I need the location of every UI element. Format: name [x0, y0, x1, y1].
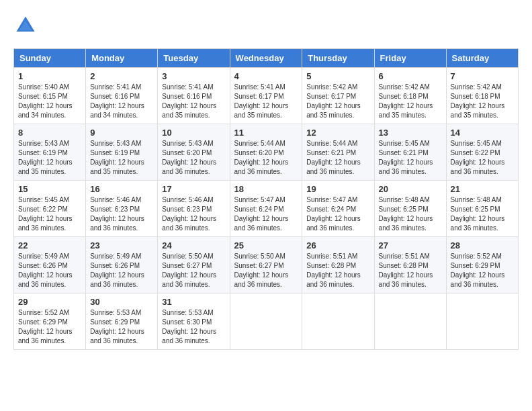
day-number: 6	[379, 71, 442, 81]
day-info: Sunrise: 5:42 AMSunset: 6:18 PMDaylight:…	[379, 83, 442, 120]
calendar-cell: 17Sunrise: 5:46 AMSunset: 6:23 PMDayligh…	[158, 181, 230, 237]
day-number: 20	[379, 184, 442, 194]
calendar-cell	[374, 293, 446, 350]
day-number: 18	[234, 184, 298, 194]
day-info: Sunrise: 5:46 AMSunset: 6:23 PMDaylight:…	[162, 195, 225, 233]
day-number: 11	[234, 128, 298, 138]
day-number: 25	[234, 240, 298, 250]
calendar-cell: 3Sunrise: 5:41 AMSunset: 6:16 PMDaylight…	[158, 68, 230, 124]
day-number: 21	[451, 184, 514, 194]
day-info: Sunrise: 5:52 AMSunset: 6:29 PMDaylight:…	[451, 252, 514, 289]
day-info: Sunrise: 5:53 AMSunset: 6:29 PMDaylight:…	[90, 308, 153, 346]
day-number: 15	[18, 184, 81, 194]
calendar-week-row: 29Sunrise: 5:52 AMSunset: 6:29 PMDayligh…	[14, 293, 519, 350]
calendar-cell: 21Sunrise: 5:48 AMSunset: 6:25 PMDayligh…	[446, 181, 518, 237]
calendar-cell	[302, 293, 374, 350]
day-info: Sunrise: 5:41 AMSunset: 6:17 PMDaylight:…	[234, 83, 298, 120]
calendar-header-row: SundayMondayTuesdayWednesdayThursdayFrid…	[14, 49, 519, 68]
calendar-cell: 15Sunrise: 5:45 AMSunset: 6:22 PMDayligh…	[14, 181, 86, 237]
calendar-cell: 18Sunrise: 5:47 AMSunset: 6:24 PMDayligh…	[230, 181, 302, 237]
day-info: Sunrise: 5:42 AMSunset: 6:17 PMDaylight:…	[306, 83, 369, 120]
calendar-table: SundayMondayTuesdayWednesdayThursdayFrid…	[13, 48, 519, 350]
day-number: 4	[234, 71, 298, 81]
calendar-cell: 28Sunrise: 5:52 AMSunset: 6:29 PMDayligh…	[446, 237, 518, 293]
calendar-cell: 22Sunrise: 5:49 AMSunset: 6:26 PMDayligh…	[14, 237, 86, 293]
calendar-cell: 24Sunrise: 5:50 AMSunset: 6:27 PMDayligh…	[158, 237, 230, 293]
calendar-cell: 4Sunrise: 5:41 AMSunset: 6:17 PMDaylight…	[230, 68, 302, 124]
calendar-header-tuesday: Tuesday	[158, 49, 230, 68]
day-info: Sunrise: 5:45 AMSunset: 6:22 PMDaylight:…	[18, 195, 81, 233]
day-info: Sunrise: 5:41 AMSunset: 6:16 PMDaylight:…	[162, 83, 225, 120]
day-number: 2	[90, 71, 153, 81]
day-number: 14	[451, 128, 514, 138]
day-info: Sunrise: 5:51 AMSunset: 6:28 PMDaylight:…	[379, 252, 442, 289]
day-info: Sunrise: 5:44 AMSunset: 6:20 PMDaylight:…	[234, 139, 298, 177]
calendar-cell: 5Sunrise: 5:42 AMSunset: 6:17 PMDaylight…	[302, 68, 374, 124]
calendar-cell: 29Sunrise: 5:52 AMSunset: 6:29 PMDayligh…	[14, 293, 86, 350]
calendar-header-wednesday: Wednesday	[230, 49, 302, 68]
day-info: Sunrise: 5:49 AMSunset: 6:26 PMDaylight:…	[18, 252, 81, 289]
calendar-cell: 20Sunrise: 5:48 AMSunset: 6:25 PMDayligh…	[374, 181, 446, 237]
calendar-week-row: 22Sunrise: 5:49 AMSunset: 6:26 PMDayligh…	[14, 237, 519, 293]
calendar-cell: 11Sunrise: 5:44 AMSunset: 6:20 PMDayligh…	[230, 124, 302, 181]
day-info: Sunrise: 5:46 AMSunset: 6:23 PMDaylight:…	[90, 195, 153, 233]
calendar-cell: 19Sunrise: 5:47 AMSunset: 6:24 PMDayligh…	[302, 181, 374, 237]
calendar-cell: 25Sunrise: 5:50 AMSunset: 6:27 PMDayligh…	[230, 237, 302, 293]
day-number: 27	[379, 240, 442, 250]
calendar-week-row: 8Sunrise: 5:43 AMSunset: 6:19 PMDaylight…	[14, 124, 519, 181]
day-number: 12	[306, 128, 369, 138]
page-header	[13, 13, 519, 38]
day-number: 17	[162, 184, 225, 194]
calendar-cell	[446, 293, 518, 350]
calendar-week-row: 1Sunrise: 5:40 AMSunset: 6:15 PMDaylight…	[14, 68, 519, 124]
calendar-cell: 14Sunrise: 5:45 AMSunset: 6:22 PMDayligh…	[446, 124, 518, 181]
day-info: Sunrise: 5:52 AMSunset: 6:29 PMDaylight:…	[18, 308, 81, 346]
calendar-cell	[230, 293, 302, 350]
day-number: 16	[90, 184, 153, 194]
calendar-cell: 9Sunrise: 5:43 AMSunset: 6:19 PMDaylight…	[86, 124, 158, 181]
day-info: Sunrise: 5:45 AMSunset: 6:22 PMDaylight:…	[451, 139, 514, 177]
day-info: Sunrise: 5:50 AMSunset: 6:27 PMDaylight:…	[162, 252, 225, 289]
day-number: 24	[162, 240, 225, 250]
calendar-cell: 6Sunrise: 5:42 AMSunset: 6:18 PMDaylight…	[374, 68, 446, 124]
day-info: Sunrise: 5:42 AMSunset: 6:18 PMDaylight:…	[451, 83, 514, 120]
day-info: Sunrise: 5:44 AMSunset: 6:21 PMDaylight:…	[306, 139, 369, 177]
day-info: Sunrise: 5:47 AMSunset: 6:24 PMDaylight:…	[234, 195, 298, 233]
calendar-header-friday: Friday	[374, 49, 446, 68]
calendar-cell: 16Sunrise: 5:46 AMSunset: 6:23 PMDayligh…	[86, 181, 158, 237]
day-info: Sunrise: 5:49 AMSunset: 6:26 PMDaylight:…	[90, 252, 153, 289]
day-info: Sunrise: 5:48 AMSunset: 6:25 PMDaylight:…	[451, 195, 514, 233]
day-number: 9	[90, 128, 153, 138]
day-info: Sunrise: 5:48 AMSunset: 6:25 PMDaylight:…	[379, 195, 442, 233]
day-info: Sunrise: 5:53 AMSunset: 6:30 PMDaylight:…	[162, 308, 225, 346]
day-info: Sunrise: 5:50 AMSunset: 6:27 PMDaylight:…	[234, 252, 298, 289]
calendar-cell: 8Sunrise: 5:43 AMSunset: 6:19 PMDaylight…	[14, 124, 86, 181]
calendar-header-sunday: Sunday	[14, 49, 86, 68]
calendar-cell: 30Sunrise: 5:53 AMSunset: 6:29 PMDayligh…	[86, 293, 158, 350]
day-info: Sunrise: 5:41 AMSunset: 6:16 PMDaylight:…	[90, 83, 153, 120]
day-number: 28	[451, 240, 514, 250]
day-number: 8	[18, 128, 81, 138]
calendar-header-monday: Monday	[86, 49, 158, 68]
day-info: Sunrise: 5:43 AMSunset: 6:19 PMDaylight:…	[90, 139, 153, 177]
calendar-cell: 7Sunrise: 5:42 AMSunset: 6:18 PMDaylight…	[446, 68, 518, 124]
logo-icon	[13, 13, 38, 38]
day-info: Sunrise: 5:45 AMSunset: 6:21 PMDaylight:…	[379, 139, 442, 177]
day-number: 19	[306, 184, 369, 194]
day-number: 23	[90, 240, 153, 250]
day-info: Sunrise: 5:43 AMSunset: 6:19 PMDaylight:…	[18, 139, 81, 177]
day-info: Sunrise: 5:51 AMSunset: 6:28 PMDaylight:…	[306, 252, 369, 289]
day-number: 5	[306, 71, 369, 81]
calendar-cell: 2Sunrise: 5:41 AMSunset: 6:16 PMDaylight…	[86, 68, 158, 124]
day-number: 30	[90, 297, 153, 307]
calendar-cell: 13Sunrise: 5:45 AMSunset: 6:21 PMDayligh…	[374, 124, 446, 181]
calendar-cell: 26Sunrise: 5:51 AMSunset: 6:28 PMDayligh…	[302, 237, 374, 293]
calendar-cell: 27Sunrise: 5:51 AMSunset: 6:28 PMDayligh…	[374, 237, 446, 293]
calendar-header-saturday: Saturday	[446, 49, 518, 68]
day-number: 10	[162, 128, 225, 138]
day-number: 13	[379, 128, 442, 138]
day-number: 3	[162, 71, 225, 81]
day-info: Sunrise: 5:43 AMSunset: 6:20 PMDaylight:…	[162, 139, 225, 177]
day-number: 22	[18, 240, 81, 250]
day-number: 1	[18, 71, 81, 81]
